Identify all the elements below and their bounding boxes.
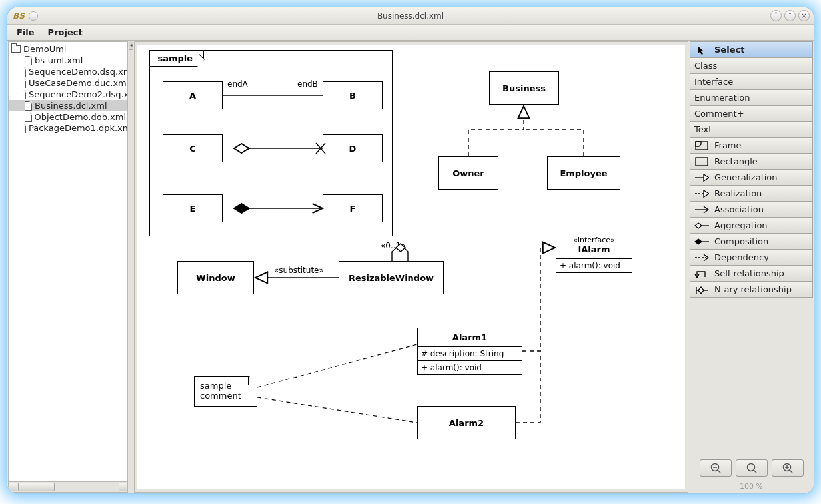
tool-label: Self-relationship	[714, 268, 784, 278]
titlebar[interactable]: BS Business.dcl.xml ˅ ˄ ×	[7, 7, 814, 25]
tool-comment-[interactable]: Comment+	[690, 105, 813, 122]
file-icon	[25, 101, 32, 111]
titlebar-menu-icon[interactable]	[29, 11, 38, 21]
rectangle-icon	[694, 157, 709, 166]
dependency-icon	[694, 254, 709, 262]
tool-generalization[interactable]: Generalization	[690, 169, 813, 186]
tree-item[interactable]: SequenceDemo2.dsq.xml	[9, 89, 127, 100]
tree-item[interactable]: UseCaseDemo.duc.xml	[9, 77, 127, 89]
project-tree[interactable]: DemoUml bs-uml.xmlSequenceDemo.dsq.xmlUs…	[9, 42, 127, 481]
svg-line-6	[257, 397, 417, 423]
tool-label: Frame	[714, 140, 742, 150]
file-icon	[25, 79, 26, 88]
uml-class-d[interactable]: D	[323, 134, 383, 162]
diagram-canvas[interactable]: sample A B C D E F Business Owner Employ…	[137, 45, 685, 489]
menu-file[interactable]: File	[11, 25, 40, 39]
uml-class-resizablewindow[interactable]: ResizableWindow	[339, 261, 444, 294]
tool-text[interactable]: Text	[690, 121, 813, 138]
horizontal-scrollbar[interactable]	[9, 481, 127, 492]
uml-class-alarm1[interactable]: Alarm1 # description: String + alarm(): …	[417, 328, 522, 375]
window-title: Business.dcl.xml	[7, 11, 814, 21]
tool-label: Aggregation	[714, 220, 768, 230]
tool-frame[interactable]: Frame	[690, 137, 813, 154]
tool-label: Interface	[694, 77, 733, 87]
tool-label: Realization	[714, 188, 762, 198]
tool-realization[interactable]: Realization	[690, 185, 813, 202]
scroll-right-icon[interactable]	[119, 483, 127, 491]
tool-dependency[interactable]: Dependency	[690, 249, 813, 266]
tree-item[interactable]: bs-uml.xml	[9, 55, 127, 66]
tool-aggregation[interactable]: Aggregation	[690, 217, 813, 234]
tree-item-label: PackageDemo1.dpk.xml	[29, 123, 127, 133]
tool-rectangle[interactable]: Rectangle	[690, 153, 813, 170]
splitter[interactable]: ◂	[129, 41, 133, 493]
tree-item-label: Business.dcl.xml	[35, 101, 107, 111]
tool-self-relationship[interactable]: Self-relationship	[690, 265, 813, 282]
uml-interface-ialarm[interactable]: «interface»IAlarm + alarm(): void	[556, 230, 632, 273]
tool-label: Rectangle	[714, 156, 758, 166]
zoom-controls: 100 %	[690, 459, 813, 493]
tool-select[interactable]: Select	[690, 41, 813, 58]
menubar: File Project	[7, 25, 814, 41]
generalization-icon	[694, 174, 709, 182]
tool-composition[interactable]: Composition	[690, 233, 813, 250]
uml-class-alarm2[interactable]: Alarm2	[417, 406, 516, 439]
frame-icon	[694, 141, 709, 150]
tool-label: N-ary relationship	[714, 284, 792, 294]
svg-rect-8	[696, 158, 708, 166]
collapse-left-icon[interactable]: ◂	[129, 41, 133, 50]
tree-item-label: UseCaseDemo.duc.xml	[29, 78, 127, 88]
uml-comment[interactable]: sample comment	[194, 376, 257, 407]
tree-root-label: DemoUml	[23, 44, 66, 54]
file-icon	[25, 113, 32, 122]
uml-class-business[interactable]: Business	[489, 71, 559, 105]
uml-class-employee[interactable]: Employee	[547, 156, 620, 190]
tree-item[interactable]: PackageDemo1.dpk.xml	[9, 123, 127, 134]
zoom-reset-button[interactable]	[736, 459, 768, 477]
scroll-thumb[interactable]	[18, 483, 55, 491]
folder-icon	[11, 45, 21, 53]
toolbox: SelectClassInterfaceEnumerationComment+T…	[690, 41, 813, 493]
uml-class-owner[interactable]: Owner	[438, 156, 498, 190]
zoom-out-button[interactable]	[700, 459, 732, 477]
application-window: BS Business.dcl.xml ˅ ˄ × File Project D…	[7, 7, 814, 494]
minimize-icon[interactable]: ˅	[770, 10, 782, 21]
tree-item[interactable]: Business.dcl.xml	[9, 100, 127, 111]
tool-n-ary-relationship[interactable]: N-ary relationship	[690, 281, 813, 298]
tool-label: Text	[694, 125, 712, 134]
scroll-left-icon[interactable]	[9, 483, 17, 491]
svg-line-23	[790, 470, 792, 473]
tool-association[interactable]: Association	[690, 201, 813, 218]
svg-line-5	[257, 344, 417, 387]
tool-interface[interactable]: Interface	[690, 73, 813, 90]
tool-enumeration[interactable]: Enumeration	[690, 89, 813, 106]
zoom-in-button[interactable]	[772, 459, 804, 477]
uml-class-e[interactable]: E	[163, 194, 223, 222]
tool-label: Association	[714, 204, 764, 214]
realization-icon	[694, 190, 709, 198]
tool-label: Enumeration	[694, 93, 750, 103]
tool-label: Dependency	[714, 252, 769, 262]
n-ary-relationship-icon	[694, 285, 709, 294]
association-icon	[694, 206, 709, 214]
close-icon[interactable]: ×	[798, 10, 810, 21]
uml-frame-label: sample	[149, 50, 205, 67]
menu-project[interactable]: Project	[43, 25, 88, 39]
composition-icon	[694, 238, 709, 246]
uml-class-b[interactable]: B	[323, 81, 383, 109]
tree-item-label: ObjectDemo.dob.xml	[35, 112, 126, 122]
uml-class-f[interactable]: F	[323, 194, 383, 222]
uml-class-window[interactable]: Window	[177, 261, 254, 294]
uml-class-c[interactable]: C	[163, 134, 223, 162]
uml-class-a[interactable]: A	[163, 81, 223, 109]
tool-class[interactable]: Class	[690, 57, 813, 74]
tree-root[interactable]: DemoUml	[9, 43, 127, 55]
tool-label: Comment+	[694, 109, 744, 119]
label-multiplicity: «0..1»	[381, 241, 406, 250]
app-badge: BS	[13, 11, 25, 21]
label-enda: endA	[227, 79, 248, 89]
tree-item[interactable]: ObjectDemo.dob.xml	[9, 111, 127, 123]
tree-item[interactable]: SequenceDemo.dsq.xml	[9, 66, 127, 77]
svg-line-21	[754, 470, 756, 473]
maximize-icon[interactable]: ˄	[784, 10, 796, 21]
